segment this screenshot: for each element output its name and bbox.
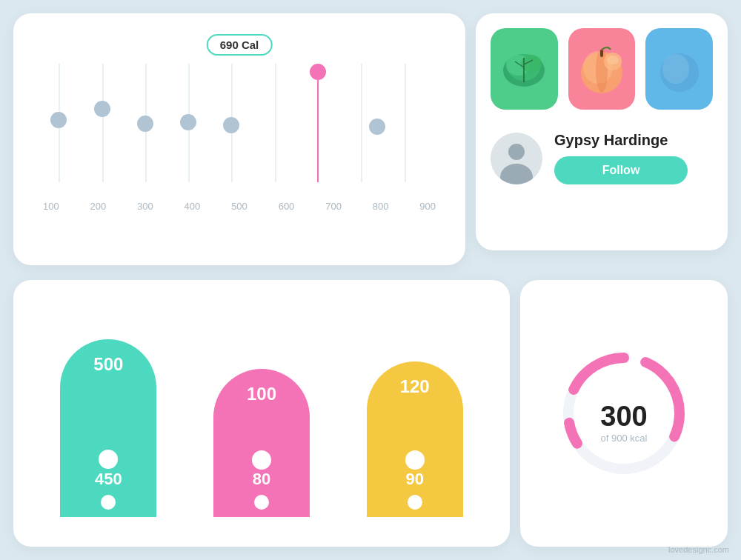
bar-pink-divider bbox=[252, 450, 271, 470]
svg-point-11 bbox=[607, 56, 619, 64]
gauge-card: 300 of 900 kcal bbox=[520, 280, 728, 547]
chart-area: 690 Cal 100 200 bbox=[43, 34, 436, 212]
bar-pink-bottom-dot bbox=[254, 495, 269, 510]
bar-teal: 500 450 bbox=[60, 339, 156, 517]
active-dot bbox=[310, 64, 326, 80]
x-axis: 100 200 300 400 500 600 700 800 900 bbox=[43, 201, 436, 212]
bar-yellow-divider bbox=[405, 450, 425, 470]
bar-yellow-container: 120 90 bbox=[356, 361, 473, 517]
x-label-800: 800 bbox=[373, 201, 389, 212]
bar-pink-top-value: 100 bbox=[247, 384, 276, 404]
bar-teal-container: 500 450 bbox=[50, 339, 167, 517]
x-label-200: 200 bbox=[90, 201, 107, 212]
x-label-100: 100 bbox=[43, 201, 59, 212]
bar-charts-card: 500 450 100 80 120 90 bbox=[13, 280, 510, 547]
food-item-peach bbox=[568, 28, 636, 110]
bar-pink-container: 100 80 bbox=[204, 369, 320, 517]
user-info: Gypsy Hardinge Follow bbox=[554, 132, 713, 184]
bar-yellow: 120 90 bbox=[367, 361, 463, 517]
svg-rect-12 bbox=[600, 50, 603, 57]
gauge-subtext: of 900 kcal bbox=[600, 433, 647, 444]
active-line bbox=[317, 64, 319, 182]
bar-teal-divider bbox=[99, 450, 118, 469]
user-name: Gypsy Hardinge bbox=[554, 132, 713, 149]
calorie-label: 690 Cal bbox=[207, 34, 273, 56]
gauge-number: 300 bbox=[600, 401, 647, 433]
calorie-chart-card: 690 Cal 100 200 bbox=[13, 13, 465, 265]
x-label-400: 400 bbox=[185, 201, 201, 212]
avatar bbox=[491, 133, 542, 184]
follow-button[interactable]: Follow bbox=[554, 156, 688, 184]
x-label-600: 600 bbox=[279, 201, 295, 212]
food-images-row bbox=[491, 28, 713, 110]
chart-dot bbox=[50, 112, 67, 128]
bar-teal-bottom-value: 450 bbox=[95, 470, 122, 489]
bar-pink: 100 80 bbox=[213, 369, 310, 517]
bar-teal-top-value: 500 bbox=[93, 354, 123, 375]
food-item-third bbox=[645, 28, 713, 110]
watermark: lovedesignc.com bbox=[668, 545, 729, 554]
x-label-900: 900 bbox=[419, 201, 436, 212]
chart-dot bbox=[223, 117, 239, 133]
x-label-300: 300 bbox=[137, 201, 153, 212]
chart-dot bbox=[180, 114, 196, 130]
bar-yellow-bottom-value: 90 bbox=[405, 470, 423, 489]
gauge-value: 300 of 900 kcal bbox=[600, 401, 647, 444]
x-label-500: 500 bbox=[231, 201, 247, 212]
gauge-container: 300 of 900 kcal bbox=[550, 339, 698, 487]
bar-yellow-bottom-dot bbox=[408, 495, 422, 510]
bar-yellow-top-value: 120 bbox=[400, 376, 430, 397]
bar-teal-bottom-dot bbox=[101, 495, 116, 510]
x-label-700: 700 bbox=[325, 201, 342, 212]
svg-point-14 bbox=[662, 54, 689, 84]
svg-point-16 bbox=[508, 144, 525, 160]
food-user-card: Gypsy Hardinge Follow bbox=[476, 13, 728, 250]
chart-dot bbox=[94, 101, 110, 117]
user-section: Gypsy Hardinge Follow bbox=[491, 124, 713, 192]
food-item-leaves bbox=[491, 28, 558, 110]
chart-dot bbox=[137, 116, 153, 132]
bar-pink-bottom-value: 80 bbox=[253, 470, 270, 489]
chart-dot bbox=[369, 119, 385, 135]
